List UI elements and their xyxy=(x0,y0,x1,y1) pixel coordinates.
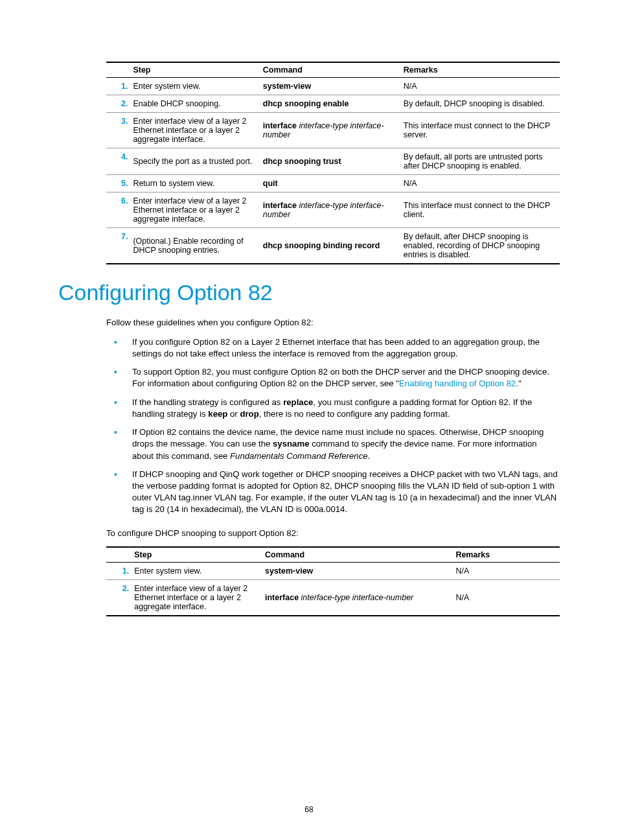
section-heading: Configuring Option 82 xyxy=(58,280,560,305)
step-command: system-view xyxy=(265,563,455,580)
step-remarks: This interface must connect to the DHCP … xyxy=(404,192,560,228)
step-remarks: By default, after DHCP snooping is enabl… xyxy=(404,228,560,264)
table-row: 7. (Optional.) Enable recording of DHCP … xyxy=(106,228,560,264)
step-command: quit xyxy=(263,175,404,192)
step-number: 4. xyxy=(106,148,133,175)
step-remarks: N/A xyxy=(455,580,560,616)
list-item: If the handling strategy is configured a… xyxy=(106,397,560,420)
table-row: 4. Specify the port as a trusted port. d… xyxy=(106,148,560,175)
list-item: If you configure Option 82 on a Layer 2 … xyxy=(106,336,560,360)
table-row: 5. Return to system view. quit N/A xyxy=(106,175,560,192)
step-number: 1. xyxy=(106,78,133,95)
document-page: Step Command Remarks 1. Enter system vie… xyxy=(0,0,618,840)
col-command-header: Command xyxy=(265,547,455,563)
procedure-table-1: Step Command Remarks 1. Enter system vie… xyxy=(106,62,560,264)
step-remarks: N/A xyxy=(404,175,560,192)
table-row: 1. Enter system view. system-view N/A xyxy=(106,563,560,580)
table-row: 1. Enter system view. system-view N/A xyxy=(106,78,560,95)
step-command: system-view xyxy=(263,78,404,95)
step-desc: (Optional.) Enable recording of DHCP sno… xyxy=(133,228,262,264)
step-command: interface interface-type interface-numbe… xyxy=(263,113,404,148)
list-item: To support Option 82, you must configure… xyxy=(106,366,560,390)
col-step-header: Step xyxy=(134,547,265,563)
step-desc: Return to system view. xyxy=(133,175,262,192)
table-header-row: Step Command Remarks xyxy=(106,547,560,563)
step-remarks: N/A xyxy=(455,563,560,580)
list-item: If DHCP snooping and QinQ work together … xyxy=(106,469,560,516)
table-header-row: Step Command Remarks xyxy=(106,62,560,78)
step-number: 7. xyxy=(106,228,133,264)
step-command: dhcp snooping binding record xyxy=(263,228,404,264)
step-command: interface interface-type interface-numbe… xyxy=(265,580,455,616)
step-desc: Enter interface view of a layer 2 Ethern… xyxy=(133,113,262,148)
step-number: 1. xyxy=(106,563,134,580)
step-command: interface interface-type interface-numbe… xyxy=(263,192,404,228)
step-remarks: By default, DHCP snooping is disabled. xyxy=(404,95,560,113)
step-remarks: This interface must connect to the DHCP … xyxy=(404,113,560,148)
col-step-header: Step xyxy=(133,62,262,78)
step-number: 3. xyxy=(106,113,133,148)
cross-reference-link[interactable]: Enabling handling of Option 82 xyxy=(399,379,516,388)
intro-paragraph-2: To configure DHCP snooping to support Op… xyxy=(106,528,560,539)
col-remarks-header: Remarks xyxy=(404,62,560,78)
table-row: 2. Enable DHCP snooping. dhcp snooping e… xyxy=(106,95,560,113)
step-remarks: By default, all ports are untrusted port… xyxy=(404,148,560,175)
step-number: 6. xyxy=(106,192,133,228)
table-row: 6. Enter interface view of a layer 2 Eth… xyxy=(106,192,560,228)
table-row: 3. Enter interface view of a layer 2 Eth… xyxy=(106,113,560,148)
step-command: dhcp snooping enable xyxy=(263,95,404,113)
table-row: 2. Enter interface view of a layer 2 Eth… xyxy=(106,580,560,616)
procedure-table-2: Step Command Remarks 1. Enter system vie… xyxy=(106,546,560,616)
step-number: 2. xyxy=(106,580,134,616)
list-item: If Option 82 contains the device name, t… xyxy=(106,426,560,462)
step-desc: Enter system view. xyxy=(133,78,262,95)
step-desc: Specify the port as a trusted port. xyxy=(133,148,262,175)
col-remarks-header: Remarks xyxy=(455,547,560,563)
step-number: 2. xyxy=(106,95,133,113)
step-number: 5. xyxy=(106,175,133,192)
page-number: 68 xyxy=(0,805,618,814)
col-command-header: Command xyxy=(263,62,404,78)
step-desc: Enter interface view of a layer 2 Ethern… xyxy=(133,192,262,228)
step-desc: Enter system view. xyxy=(134,563,265,580)
step-desc: Enable DHCP snooping. xyxy=(133,95,262,113)
step-remarks: N/A xyxy=(404,78,560,95)
step-command: dhcp snooping trust xyxy=(263,148,404,175)
guidelines-list: If you configure Option 82 on a Layer 2 … xyxy=(106,336,560,516)
step-desc: Enter interface view of a layer 2 Ethern… xyxy=(134,580,265,616)
intro-paragraph: Follow these guidelines when you configu… xyxy=(106,317,560,329)
